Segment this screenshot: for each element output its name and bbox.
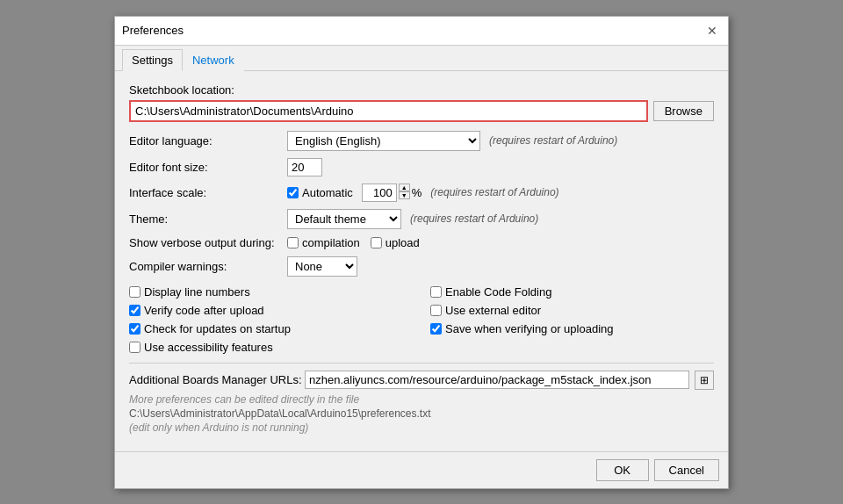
- theme-select[interactable]: Default theme Light Dark: [287, 209, 401, 229]
- use-external-editor-checkbox[interactable]: [430, 305, 442, 316]
- display-line-numbers-checkbox[interactable]: [129, 286, 140, 298]
- tab-settings[interactable]: Settings: [122, 49, 183, 71]
- editor-language-label: Editor language:: [129, 134, 287, 148]
- verbose-output-row: Show verbose output during: compilation …: [129, 236, 714, 249]
- editor-font-size-input[interactable]: [287, 158, 322, 176]
- interface-scale-label: Interface scale:: [129, 186, 287, 199]
- use-accessibility-label[interactable]: Use accessibility features: [129, 341, 413, 354]
- automatic-checkbox-label[interactable]: Automatic: [287, 186, 353, 199]
- scale-spinner: ▲ ▼: [399, 184, 410, 202]
- scale-input[interactable]: [362, 184, 397, 202]
- editor-language-note: (requires restart of Arduino): [489, 134, 617, 147]
- verbose-label: Show verbose output during:: [129, 236, 287, 249]
- compiler-warnings-label: Compiler warnings:: [129, 260, 287, 273]
- ok-button[interactable]: OK: [596, 459, 649, 481]
- verify-code-checkbox[interactable]: [129, 305, 140, 316]
- sketchbook-input-row: Browse: [129, 100, 714, 122]
- interface-scale-row: Interface scale: Automatic ▲ ▼ % (requir…: [129, 184, 714, 202]
- theme-label: Theme:: [129, 212, 287, 226]
- theme-row: Theme: Default theme Light Dark (require…: [129, 209, 714, 229]
- title-bar: Preferences ✕: [115, 17, 728, 46]
- compilation-checkbox[interactable]: [287, 237, 299, 248]
- scale-down-button[interactable]: ▼: [399, 191, 410, 199]
- sketchbook-location-row: Sketchbook location: Browse: [129, 83, 714, 122]
- boards-manager-input[interactable]: [305, 371, 689, 389]
- browse-button[interactable]: Browse: [653, 101, 714, 121]
- save-when-verifying-checkbox[interactable]: [430, 323, 442, 335]
- verify-code-label[interactable]: Verify code after upload: [129, 304, 413, 317]
- scale-up-button[interactable]: ▲: [399, 184, 410, 191]
- check-updates-label[interactable]: Check for updates on startup: [129, 322, 413, 335]
- edit-note-text: (edit only when Arduino is not running): [129, 421, 714, 434]
- tab-network[interactable]: Network: [183, 49, 244, 71]
- cancel-button[interactable]: Cancel: [654, 459, 719, 481]
- tabs-bar: Settings Network: [115, 46, 728, 71]
- editor-language-row: Editor language: English (English) (requ…: [129, 131, 714, 151]
- checkboxes-grid: Display line numbers Enable Code Folding…: [129, 285, 714, 354]
- percent-label: %: [412, 186, 422, 199]
- enable-code-folding-label[interactable]: Enable Code Folding: [430, 285, 714, 299]
- theme-note: (requires restart of Arduino): [410, 212, 538, 225]
- upload-checkbox-label[interactable]: upload: [371, 236, 420, 249]
- settings-content: Sketchbook location: Browse Editor langu…: [115, 71, 728, 444]
- editor-font-size-label: Editor font size:: [129, 161, 287, 174]
- close-button[interactable]: ✕: [703, 22, 721, 40]
- info-section: More preferences can be edited directly …: [129, 393, 714, 434]
- enable-code-folding-checkbox[interactable]: [430, 286, 442, 298]
- compilation-checkbox-label[interactable]: compilation: [287, 236, 360, 249]
- use-external-editor-label[interactable]: Use external editor: [430, 304, 714, 317]
- scale-input-wrap: ▲ ▼: [358, 184, 410, 202]
- save-when-verifying-label[interactable]: Save when verifying or uploading: [430, 322, 714, 335]
- compiler-warnings-row: Compiler warnings: None Default More All: [129, 256, 714, 277]
- automatic-checkbox[interactable]: [287, 187, 299, 198]
- dialog-title: Preferences: [122, 24, 184, 37]
- display-line-numbers-label[interactable]: Display line numbers: [129, 285, 413, 299]
- boards-manager-row: Additional Boards Manager URLs: ⊞: [129, 371, 714, 390]
- sketchbook-input[interactable]: [129, 100, 648, 122]
- sketchbook-label: Sketchbook location:: [129, 83, 234, 97]
- upload-checkbox[interactable]: [371, 237, 382, 248]
- editor-language-select[interactable]: English (English): [287, 131, 480, 151]
- boards-manager-icon-button[interactable]: ⊞: [695, 371, 714, 390]
- dialog-footer: OK Cancel: [115, 451, 728, 488]
- boards-manager-label: Additional Boards Manager URLs:: [129, 373, 305, 386]
- compiler-warnings-select[interactable]: None Default More All: [287, 256, 357, 277]
- muted-info-text: More preferences can be edited directly …: [129, 393, 714, 406]
- preferences-dialog: Preferences ✕ Settings Network Sketchboo…: [114, 16, 729, 489]
- use-accessibility-checkbox[interactable]: [129, 342, 140, 353]
- editor-font-size-row: Editor font size:: [129, 158, 714, 176]
- divider: [129, 363, 714, 364]
- check-updates-checkbox[interactable]: [129, 323, 140, 335]
- preferences-path-text: C:\Users\Administrator\AppData\Local\Ard…: [129, 407, 714, 420]
- interface-scale-note: (requires restart of Arduino): [430, 186, 558, 198]
